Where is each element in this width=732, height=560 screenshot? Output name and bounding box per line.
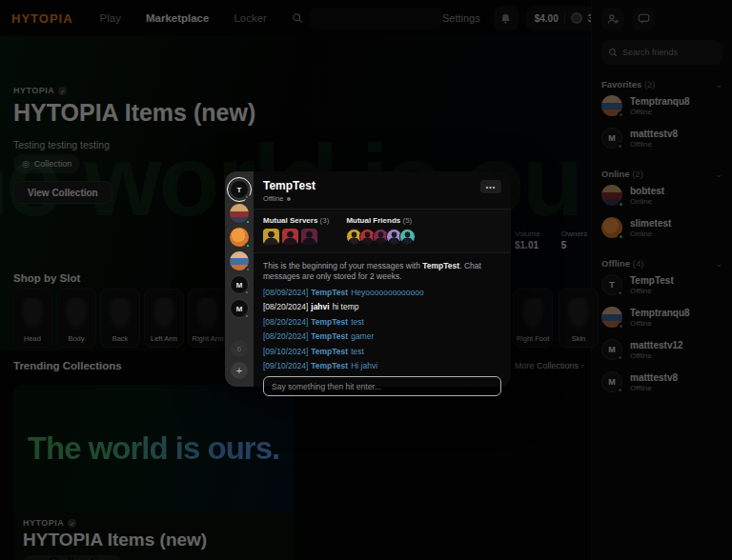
status-dot xyxy=(245,243,251,249)
server-avatar[interactable] xyxy=(263,229,279,245)
status-dot xyxy=(244,313,250,319)
conversation-overflow-badge: 6 xyxy=(231,340,248,357)
message-text: test xyxy=(351,347,364,356)
chat-options-button[interactable]: ••• xyxy=(480,180,501,193)
server-avatar[interactable] xyxy=(282,229,298,245)
chat-intro-text: This is the beginning of your messages w… xyxy=(263,261,501,283)
message-sender: jahvi xyxy=(311,302,329,311)
conversation-avatars: T M M xyxy=(230,180,249,323)
chat-user-name: TempTest xyxy=(263,179,501,192)
mutual-friend-avatar[interactable] xyxy=(399,229,416,245)
message-text: gamer xyxy=(351,331,374,341)
message-text: Heyooooooooooooo xyxy=(351,288,424,297)
chat-message: [08/20/2024]TempTestgamer xyxy=(263,331,501,342)
chat-message-input[interactable] xyxy=(263,376,501,396)
message-text: test xyxy=(351,317,364,327)
chat-modal: T M M xyxy=(225,171,511,387)
chat-user-status: Offline xyxy=(263,194,284,203)
status-dot xyxy=(245,219,251,225)
message-sender: TempTest xyxy=(311,288,348,297)
conversation-avatar[interactable]: M xyxy=(230,275,249,294)
status-dot xyxy=(244,290,250,295)
message-sender: TempTest xyxy=(311,347,348,356)
chat-panel: TempTest Offline ••• Mutual Servers (3) … xyxy=(254,171,511,387)
message-text: Hi jahvi xyxy=(351,361,377,370)
chat-message: [09/10/2024]TempTesttest xyxy=(263,347,501,357)
conversation-avatar[interactable] xyxy=(230,228,249,247)
status-dot xyxy=(244,194,250,200)
new-chat-button[interactable]: + xyxy=(231,362,248,379)
chat-conversation-rail: T M M xyxy=(225,171,254,387)
message-sender: TempTest xyxy=(311,317,348,327)
conversation-avatar[interactable] xyxy=(230,251,249,270)
mutual-section: Mutual Servers (3) Mutual Friends (5) xyxy=(254,210,511,253)
chat-messages: This is the beginning of your messages w… xyxy=(254,253,511,376)
message-date: [09/10/2024] xyxy=(263,347,308,356)
chat-message: [08/09/2024]TempTestHeyooooooooooooo xyxy=(263,288,501,298)
conversation-avatar[interactable]: T xyxy=(230,180,249,199)
conversation-avatar[interactable] xyxy=(230,204,249,223)
message-list: [08/09/2024]TempTestHeyooooooooooooo [08… xyxy=(263,288,501,372)
status-dot xyxy=(287,197,291,201)
mutual-friends: Mutual Friends (5) xyxy=(346,216,413,245)
message-sender: TempTest xyxy=(311,331,348,341)
message-text: hi temp xyxy=(333,302,359,311)
message-date: [08/20/2024] xyxy=(263,331,308,341)
mutual-friend-avatars xyxy=(346,229,413,245)
chat-message: [08/20/2024]jahvihi temp xyxy=(263,302,501,312)
message-sender: TempTest xyxy=(311,361,348,370)
conversation-avatar[interactable]: M xyxy=(230,299,249,318)
chat-message: [09/10/2024]TempTestHi jahvi xyxy=(263,361,501,371)
message-date: [08/20/2024] xyxy=(263,302,308,311)
app-window: HYTOPIA PlayMarketplaceLocker Settings $… xyxy=(0,0,732,560)
chat-header: TempTest Offline ••• xyxy=(254,171,511,210)
status-dot xyxy=(245,267,251,272)
chat-message: [08/20/2024]TempTesttest xyxy=(263,317,501,328)
message-date: [08/20/2024] xyxy=(263,317,308,327)
mutual-server-avatars xyxy=(263,229,329,245)
message-date: [09/10/2024] xyxy=(263,361,308,370)
message-date: [08/09/2024] xyxy=(263,288,308,297)
mutual-servers: Mutual Servers (3) xyxy=(263,216,329,245)
server-avatar[interactable] xyxy=(301,229,317,245)
